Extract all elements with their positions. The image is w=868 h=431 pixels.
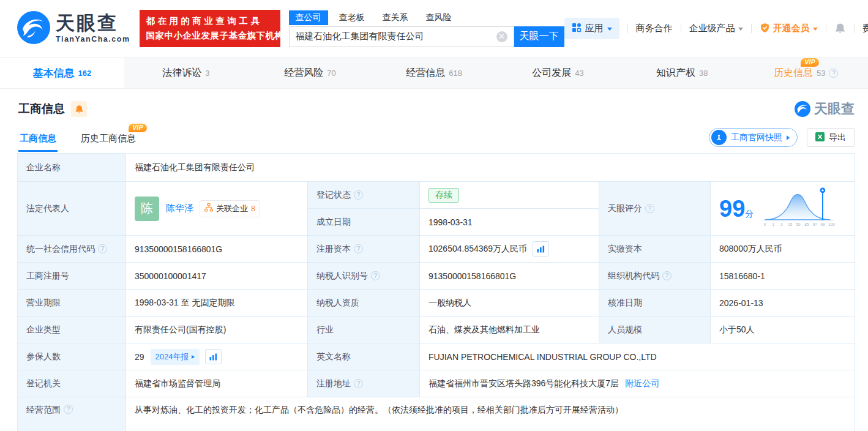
help-icon[interactable]: ?: [662, 271, 672, 280]
approval-date-label: 核准日期: [599, 290, 711, 317]
search-tab-boss[interactable]: 查老板: [332, 10, 372, 25]
nav-cooperation[interactable]: 商务合作: [636, 23, 673, 34]
uscc-label: 统一社会信用代码?: [18, 236, 126, 263]
nav-apps-label: 应用: [585, 23, 604, 34]
nav-user[interactable]: 费米: [862, 23, 868, 34]
business-info-table: 企业名称 福建石油化工集团有限责任公司 法定代表人 陈 陈华泽 关联企业 8 登…: [17, 153, 855, 431]
top-header: 天眼查 TianYanCha.com 都在用的商业查询工具 国家中小企业发展子基…: [0, 0, 868, 57]
english-name-label: 英文名称: [308, 343, 420, 370]
nav-apps[interactable]: 应用: [564, 18, 619, 39]
help-icon[interactable]: ?: [371, 271, 380, 280]
help-icon[interactable]: ?: [354, 190, 363, 200]
org-chart-icon: [204, 203, 213, 214]
notification-bell-icon[interactable]: [834, 23, 846, 34]
nearby-companies-link[interactable]: 附近公司: [625, 378, 659, 389]
business-scope-label: 经营范围?: [18, 397, 126, 431]
help-icon[interactable]: ?: [354, 244, 363, 253]
company-name-label: 企业名称: [18, 154, 126, 182]
english-name-value: FUJIAN PETROCHEMICAL INDUSTRIAL GROUP CO…: [420, 343, 855, 370]
monitor-bell-icon[interactable]: [71, 101, 87, 117]
search-tabs: 查公司 查老板 查关系 查风险: [289, 10, 564, 26]
watermark-text: 天眼查: [814, 100, 855, 118]
help-icon[interactable]: ?: [354, 379, 363, 388]
official-snapshot-button[interactable]: 工商官网快照: [709, 128, 798, 147]
subtab-business-info[interactable]: 工商信息: [18, 133, 58, 152]
excel-icon: [815, 132, 825, 143]
nav-enterprise[interactable]: 企业级产品: [689, 23, 743, 34]
export-button[interactable]: 导出: [807, 128, 855, 147]
legal-rep-cell: 陈 陈华泽 关联企业 8: [126, 182, 308, 236]
tab-basic-info[interactable]: 基本信息 162: [0, 58, 124, 88]
search-button[interactable]: 天眼一下: [514, 26, 564, 47]
reg-status-label: 登记状态?: [308, 182, 420, 209]
paid-capital-label: 实缴资本: [599, 236, 711, 263]
tab-intellectual-property[interactable]: 知识产权 38: [620, 58, 744, 88]
tab-history-info[interactable]: 历史信息 VIP 53 ?: [744, 58, 868, 88]
approval-date-value: 2026-01-13: [711, 290, 855, 317]
reg-capital-value: 1026504.854369万人民币: [420, 236, 599, 263]
business-term-value: 1998-03-31 至 无固定期限: [126, 290, 308, 317]
svg-text:99: 99: [821, 222, 826, 227]
reg-authority-label: 登记机关: [18, 370, 126, 397]
capital-chart-icon[interactable]: [533, 241, 549, 257]
svg-text:85: 85: [804, 222, 809, 227]
vip-badge: VIP: [801, 58, 819, 67]
svg-text:50: 50: [796, 222, 801, 227]
tab-operation-info[interactable]: 经营信息 618: [372, 58, 496, 88]
search-tab-company[interactable]: 查公司: [289, 10, 328, 25]
svg-text:15: 15: [788, 222, 793, 227]
establish-date-label: 成立日期: [308, 209, 420, 236]
chevron-right-icon: [787, 135, 790, 140]
nav-open-vip[interactable]: 开通会员: [760, 23, 818, 35]
insured-count-value: 29 2024年报: [126, 343, 308, 370]
vip-badge: VIP: [129, 124, 147, 132]
tab-legal-lawsuits[interactable]: 法律诉讼 3: [124, 58, 249, 88]
legal-rep-avatar[interactable]: 陈: [135, 197, 159, 221]
related-companies-badge[interactable]: 关联企业 8: [200, 200, 260, 217]
score-number: 99: [719, 196, 745, 222]
clear-search-icon[interactable]: ✕: [496, 31, 507, 42]
org-code-label: 组织机构代码?: [599, 263, 711, 290]
score-cell: 99分 0 1 3 15: [711, 182, 855, 236]
main-tabbar: 基本信息 162 法律诉讼 3 经营风险 70 经营信息 618 公司发展 43…: [0, 57, 868, 89]
chevron-down-icon: [738, 28, 743, 31]
tax-quality-value: 一般纳税人: [420, 290, 599, 317]
reg-authority-value: 福建省市场监督管理局: [126, 370, 308, 397]
annual-report-badge[interactable]: 2024年报: [151, 349, 200, 365]
svg-text:100: 100: [829, 222, 836, 227]
slogan-line2: 国家中小企业发展子基金旗下机构: [146, 30, 274, 42]
help-icon[interactable]: ?: [645, 204, 654, 213]
logo-domain: TianYanCha.com: [56, 35, 130, 43]
subtab-row: 工商信息 历史工商信息 VIP 工商官网快照 导出: [0, 128, 868, 152]
tab-company-development[interactable]: 公司发展 43: [496, 58, 620, 88]
insured-chart-icon[interactable]: [205, 349, 222, 364]
tab-operation-risk[interactable]: 经营风险 70: [248, 58, 372, 88]
svg-text:1: 1: [773, 222, 775, 227]
search-tab-relation[interactable]: 查关系: [376, 10, 415, 25]
staff-size-value: 小于50人: [711, 317, 855, 343]
tianyancha-logo-icon: [17, 11, 50, 46]
industry-value: 石油、煤炭及其他燃料加工业: [420, 317, 599, 343]
help-icon[interactable]: ?: [64, 405, 73, 414]
company-name-value: 福建石油化工集团有限责任公司: [126, 154, 855, 182]
tianyancha-logo[interactable]: 天眼查 TianYanCha.com: [17, 11, 130, 46]
uscc-value: 91350000158166801G: [126, 236, 308, 263]
legal-rep-label: 法定代表人: [18, 182, 126, 236]
reg-no-value: 350000100001417: [126, 263, 308, 290]
chevron-down-icon: [607, 28, 612, 31]
search-input[interactable]: [290, 31, 514, 42]
help-icon[interactable]: ?: [829, 69, 838, 78]
apps-grid-icon: [572, 23, 582, 34]
logo-brand-name: 天眼查: [56, 13, 130, 32]
legal-rep-name-link[interactable]: 陈华泽: [166, 203, 193, 214]
tax-id-label: 纳税人识别号?: [308, 263, 420, 290]
score-label: 天眼评分?: [599, 182, 711, 236]
help-icon[interactable]: ?: [98, 244, 107, 253]
slogan-banner: 都在用的商业查询工具 国家中小企业发展子基金旗下机构: [140, 10, 280, 47]
search-tab-risk[interactable]: 查风险: [419, 10, 458, 25]
company-type-value: 有限责任公司(国有控股): [126, 317, 308, 343]
chevron-down-icon: [813, 28, 818, 31]
nav-user-label: 费米: [862, 23, 868, 34]
subtab-history-business-info[interactable]: 历史工商信息 VIP: [80, 133, 137, 152]
business-term-label: 营业期限: [18, 290, 126, 317]
